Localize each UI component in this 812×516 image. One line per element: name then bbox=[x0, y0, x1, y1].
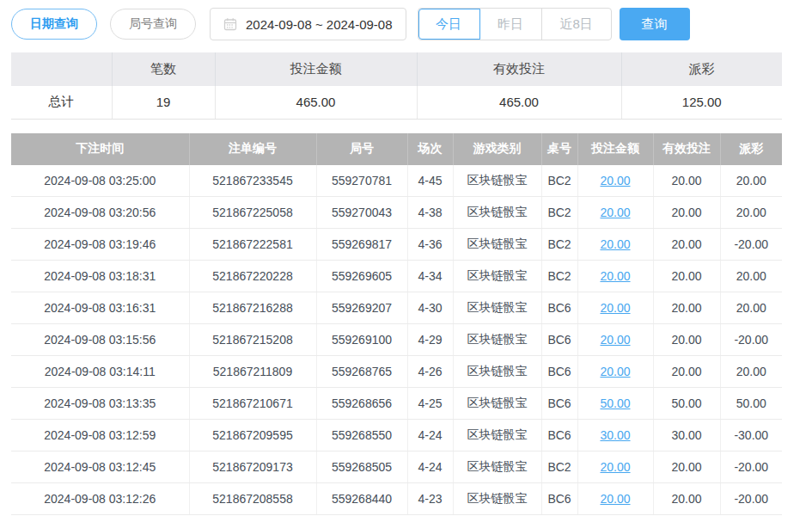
bet-id: 521867233545 bbox=[189, 165, 316, 197]
session: 4-34 bbox=[407, 261, 453, 292]
table-row: 2024-09-08 03:12:45 521867209173 5592685… bbox=[11, 452, 782, 483]
date-query-label: 日期查询 bbox=[30, 16, 78, 32]
summary-header-blank bbox=[11, 52, 112, 86]
session: 4-26 bbox=[407, 356, 453, 388]
valid-bet: 20.00 bbox=[653, 324, 720, 356]
bet-amount-link[interactable]: 20.00 bbox=[600, 365, 630, 378]
last-8-days-label: 近8日 bbox=[559, 16, 592, 33]
table-no: BC2 bbox=[541, 197, 577, 229]
bet-amount-cell: 20.00 bbox=[577, 324, 653, 356]
last-8-days-button[interactable]: 近8日 bbox=[542, 9, 611, 40]
valid-bet: 20.00 bbox=[653, 483, 720, 515]
payout: -30.00 bbox=[720, 420, 782, 452]
table-row: 2024-09-08 03:20:56 521867225058 5592700… bbox=[11, 197, 782, 229]
session: 4-45 bbox=[407, 165, 453, 197]
calendar-icon bbox=[223, 17, 237, 31]
table-no: BC6 bbox=[541, 292, 577, 324]
game-type: 区块链骰宝 bbox=[453, 197, 541, 229]
bet-amount-link[interactable]: 20.00 bbox=[600, 206, 630, 219]
bet-amount-cell: 20.00 bbox=[577, 483, 653, 515]
header-bet-time: 下注时间 bbox=[11, 133, 189, 165]
bet-id: 521867216288 bbox=[189, 292, 316, 324]
round-no: 559268765 bbox=[316, 356, 407, 388]
game-type: 区块链骰宝 bbox=[453, 356, 541, 388]
bet-time: 2024-09-08 03:19:46 bbox=[11, 229, 189, 261]
bet-id: 521867208558 bbox=[189, 483, 316, 515]
valid-bet: 20.00 bbox=[653, 452, 720, 483]
summary-header-payout: 派彩 bbox=[621, 52, 782, 86]
round-no: 559268656 bbox=[316, 388, 407, 420]
date-query-tab[interactable]: 日期查询 bbox=[11, 9, 97, 40]
bet-amount-link[interactable]: 20.00 bbox=[600, 333, 630, 347]
today-button[interactable]: 今日 bbox=[418, 9, 480, 40]
round-no: 559270781 bbox=[316, 165, 407, 197]
summary-header-count: 笔数 bbox=[112, 52, 215, 86]
bet-time: 2024-09-08 03:13:35 bbox=[11, 388, 189, 420]
bet-time: 2024-09-08 03:15:56 bbox=[11, 324, 189, 356]
date-range-input[interactable]: 2024-09-08 ~ 2024-09-08 bbox=[210, 8, 406, 40]
table-row: 2024-09-08 03:15:56 521867215208 5592691… bbox=[11, 324, 782, 356]
valid-bet: 20.00 bbox=[653, 197, 720, 229]
table-no: BC6 bbox=[541, 324, 577, 356]
table-row: 2024-09-08 03:13:35 521867210671 5592686… bbox=[11, 388, 782, 420]
bet-amount-link[interactable]: 50.00 bbox=[600, 396, 630, 410]
session: 4-24 bbox=[407, 420, 453, 452]
bet-amount-link[interactable]: 20.00 bbox=[600, 301, 630, 315]
bet-amount-link[interactable]: 30.00 bbox=[600, 428, 630, 442]
payout: 20.00 bbox=[720, 356, 782, 388]
round-no: 559269605 bbox=[316, 261, 407, 292]
session: 4-38 bbox=[407, 197, 453, 229]
bet-time: 2024-09-08 03:12:45 bbox=[11, 452, 189, 483]
round-query-tab[interactable]: 局号查询 bbox=[110, 9, 196, 40]
table-no: BC2 bbox=[541, 229, 577, 261]
bet-id: 521867222581 bbox=[189, 229, 316, 261]
bet-amount-link[interactable]: 20.00 bbox=[600, 237, 630, 251]
round-no: 559270043 bbox=[316, 197, 407, 229]
round-no: 559269100 bbox=[316, 324, 407, 356]
round-query-label: 局号查询 bbox=[129, 16, 177, 32]
yesterday-button[interactable]: 昨日 bbox=[480, 9, 542, 40]
payout: -20.00 bbox=[720, 452, 782, 483]
table-row: 2024-09-08 03:12:26 521867208558 5592684… bbox=[11, 483, 782, 515]
bet-id: 521867210671 bbox=[189, 388, 316, 420]
bet-time: 2024-09-08 03:12:59 bbox=[11, 420, 189, 452]
summary-header-valid-bet: 有效投注 bbox=[417, 52, 621, 86]
bet-amount-cell: 20.00 bbox=[577, 452, 653, 483]
today-label: 今日 bbox=[436, 16, 461, 33]
game-type: 区块链骰宝 bbox=[453, 452, 541, 483]
bet-amount-cell: 20.00 bbox=[577, 229, 653, 261]
valid-bet: 50.00 bbox=[653, 388, 720, 420]
payout: -20.00 bbox=[720, 483, 782, 515]
bet-id: 521867209173 bbox=[189, 452, 316, 483]
valid-bet: 20.00 bbox=[653, 356, 720, 388]
valid-bet: 20.00 bbox=[653, 229, 720, 261]
bet-id: 521867225058 bbox=[189, 197, 316, 229]
bet-time: 2024-09-08 03:12:26 bbox=[11, 483, 189, 515]
table-no: BC2 bbox=[541, 165, 577, 197]
round-no: 559269207 bbox=[316, 292, 407, 324]
round-no: 559269817 bbox=[316, 229, 407, 261]
bet-time: 2024-09-08 03:25:00 bbox=[11, 165, 189, 197]
header-valid-bet: 有效投注 bbox=[653, 133, 720, 165]
bet-id: 521867209595 bbox=[189, 420, 316, 452]
session: 4-36 bbox=[407, 229, 453, 261]
round-no: 559268440 bbox=[316, 483, 407, 515]
bet-amount-cell: 20.00 bbox=[577, 292, 653, 324]
bet-id: 521867215208 bbox=[189, 324, 316, 356]
bet-amount-link[interactable]: 20.00 bbox=[600, 492, 630, 506]
table-no: BC6 bbox=[541, 420, 577, 452]
bets-table: 下注时间 注单编号 局号 场次 游戏类别 桌号 投注金额 有效投注 派彩 202… bbox=[11, 133, 782, 516]
search-button[interactable]: 查询 bbox=[620, 8, 690, 40]
session: 4-25 bbox=[407, 388, 453, 420]
payout: 20.00 bbox=[720, 292, 782, 324]
bet-amount-link[interactable]: 20.00 bbox=[600, 174, 630, 187]
payout: -20.00 bbox=[720, 229, 782, 261]
bet-amount-link[interactable]: 20.00 bbox=[600, 269, 630, 283]
bet-amount-cell: 20.00 bbox=[577, 356, 653, 388]
game-type: 区块链骰宝 bbox=[453, 165, 541, 197]
bet-amount-cell: 30.00 bbox=[577, 420, 653, 452]
bet-amount-link[interactable]: 20.00 bbox=[600, 460, 630, 474]
table-no: BC6 bbox=[541, 388, 577, 420]
valid-bet: 20.00 bbox=[653, 261, 720, 292]
bet-amount-cell: 20.00 bbox=[577, 197, 653, 229]
